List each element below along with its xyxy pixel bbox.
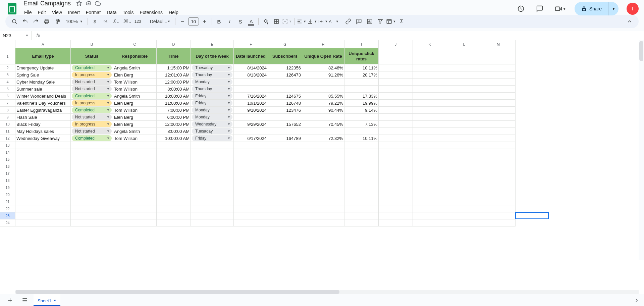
fontsize-input[interactable]: 10: [188, 17, 199, 26]
cell-r2-G[interactable]: 122356: [268, 64, 302, 71]
cell-r20-L[interactable]: [447, 191, 481, 198]
comments-icon[interactable]: [533, 2, 546, 15]
decrease-decimal-icon[interactable]: .0←: [111, 16, 121, 27]
cell-r17-B[interactable]: [71, 170, 113, 177]
cell-r22-A[interactable]: [15, 205, 71, 212]
cell-r23-G[interactable]: [268, 212, 302, 219]
cell-r7-E-pill[interactable]: Friday▼: [192, 100, 232, 106]
cell-r15-H[interactable]: [302, 156, 344, 163]
cell-r8-C[interactable]: Tom Willson: [113, 107, 157, 114]
cell-r17-C[interactable]: [113, 170, 157, 177]
cell-r20-K[interactable]: [413, 191, 447, 198]
cell-r12-I[interactable]: 10.11%: [344, 135, 379, 142]
cell-r21-K[interactable]: [413, 198, 447, 205]
cell-r14-D[interactable]: [157, 149, 191, 156]
text-rotation-icon[interactable]: A→▼: [329, 16, 339, 27]
cell-r22-G[interactable]: [268, 205, 302, 212]
cell-r5-D[interactable]: 8:00:00 AM: [157, 86, 191, 93]
cell-r21-B[interactable]: [71, 198, 113, 205]
cell-r17-M[interactable]: [481, 170, 516, 177]
menu-extensions[interactable]: Extensions: [137, 8, 165, 16]
cell-r4-B[interactable]: Not started▼: [71, 79, 113, 86]
cell-r12-B-pill[interactable]: Completed▼: [72, 135, 112, 141]
vertical-align-icon[interactable]: ▼: [307, 16, 317, 27]
cell-r23-K[interactable]: [413, 212, 447, 219]
cell-r24-C[interactable]: [113, 219, 157, 226]
cell-r15-D[interactable]: [157, 156, 191, 163]
merge-cells-icon[interactable]: ▼: [282, 16, 292, 27]
cell-r20-F[interactable]: [234, 191, 268, 198]
cell-r2-J[interactable]: [379, 64, 413, 71]
increase-decimal-icon[interactable]: .00→: [122, 16, 132, 27]
font-select[interactable]: Defaul... ▼: [147, 16, 173, 27]
cell-r15-E[interactable]: [191, 156, 234, 163]
col-header-I[interactable]: I: [344, 40, 379, 48]
cell-r9-J[interactable]: [379, 114, 413, 121]
cell-r10-B-pill[interactable]: In progress▼: [72, 121, 112, 127]
cell-r7-M[interactable]: [481, 100, 516, 107]
cell-r6-D[interactable]: 10:00:00 AM: [157, 93, 191, 100]
cell-r22-I[interactable]: [344, 205, 379, 212]
cell-r11-A[interactable]: May Holidays sales: [15, 128, 71, 135]
cell-r21-I[interactable]: [344, 198, 379, 205]
cell-r19-F[interactable]: [234, 184, 268, 191]
cell-r14-H[interactable]: [302, 149, 344, 156]
cell-r7-I[interactable]: 19.99%: [344, 100, 379, 107]
cell-r7-B-pill[interactable]: In progress▼: [72, 100, 112, 106]
cell-r12-B[interactable]: Completed▼: [71, 135, 113, 142]
cell-r16-L[interactable]: [447, 163, 481, 170]
cell-r2-L[interactable]: [447, 64, 481, 71]
cell-r4-F[interactable]: [234, 79, 268, 86]
row-header-24[interactable]: 24: [0, 219, 15, 226]
cell-r8-H[interactable]: 90.44%: [302, 107, 344, 114]
cell-r19-D[interactable]: [157, 184, 191, 191]
row-header-23[interactable]: 23: [0, 212, 15, 219]
cell-r7-E[interactable]: Friday▼: [191, 100, 234, 107]
cell-r8-E-pill[interactable]: Monday▼: [192, 107, 232, 113]
cell-r22-F[interactable]: [234, 205, 268, 212]
cell-r10-C[interactable]: Elen Berg: [113, 121, 157, 128]
cell-r7-K[interactable]: [413, 100, 447, 107]
cell-r3-G[interactable]: 126473: [268, 71, 302, 79]
row-header-1[interactable]: 1: [0, 48, 15, 64]
cell-r3-J[interactable]: [379, 71, 413, 79]
cell-r15-G[interactable]: [268, 156, 302, 163]
cell-r5-C[interactable]: Tom Willson: [113, 86, 157, 93]
document-title[interactable]: Email Campaigns: [21, 0, 73, 8]
col-header-C[interactable]: C: [113, 40, 157, 48]
cell-r8-K[interactable]: [413, 107, 447, 114]
cell-r21-G[interactable]: [268, 198, 302, 205]
header-F[interactable]: Date launched: [234, 48, 268, 64]
cell-r16-K[interactable]: [413, 163, 447, 170]
cell-r20-M[interactable]: [481, 191, 516, 198]
cell-r6-G[interactable]: 124675: [268, 93, 302, 100]
cell-r11-B-pill[interactable]: Not started▼: [72, 128, 112, 134]
cell-r3-C[interactable]: Elen Berg: [113, 71, 157, 79]
row-header-21[interactable]: 21: [0, 198, 15, 205]
col-header-D[interactable]: D: [157, 40, 191, 48]
cell-r2-E[interactable]: Tuesaday▼: [191, 64, 234, 71]
cell-r16-F[interactable]: [234, 163, 268, 170]
name-box[interactable]: N23▼: [0, 31, 32, 40]
cell-r23-J[interactable]: [379, 212, 413, 219]
cell-r20-D[interactable]: [157, 191, 191, 198]
cell-r4-I[interactable]: [344, 79, 379, 86]
cell-r19-B[interactable]: [71, 184, 113, 191]
cell-r13-M[interactable]: [481, 142, 516, 149]
table-views-icon[interactable]: ▼: [386, 16, 396, 27]
cell-r20-J[interactable]: [379, 191, 413, 198]
cell-r11-B[interactable]: Not started▼: [71, 128, 113, 135]
cell-r4-M[interactable]: [481, 79, 516, 86]
cell-r8-A[interactable]: Easter Eggstravaganza: [15, 107, 71, 114]
cell-r4-B-pill[interactable]: Not started▼: [72, 79, 112, 85]
share-dropdown[interactable]: ▼: [608, 2, 619, 15]
cell-r8-J[interactable]: [379, 107, 413, 114]
cell-r10-J[interactable]: [379, 121, 413, 128]
cell-r11-C[interactable]: Angela Smith: [113, 128, 157, 135]
more-formats-icon[interactable]: 123: [133, 16, 143, 27]
cell-r22-M[interactable]: [481, 205, 516, 212]
meet-icon[interactable]: ▼: [552, 2, 569, 15]
cell-r15-B[interactable]: [71, 156, 113, 163]
cell-r18-J[interactable]: [379, 177, 413, 184]
text-wrap-icon[interactable]: ▼: [318, 16, 328, 27]
